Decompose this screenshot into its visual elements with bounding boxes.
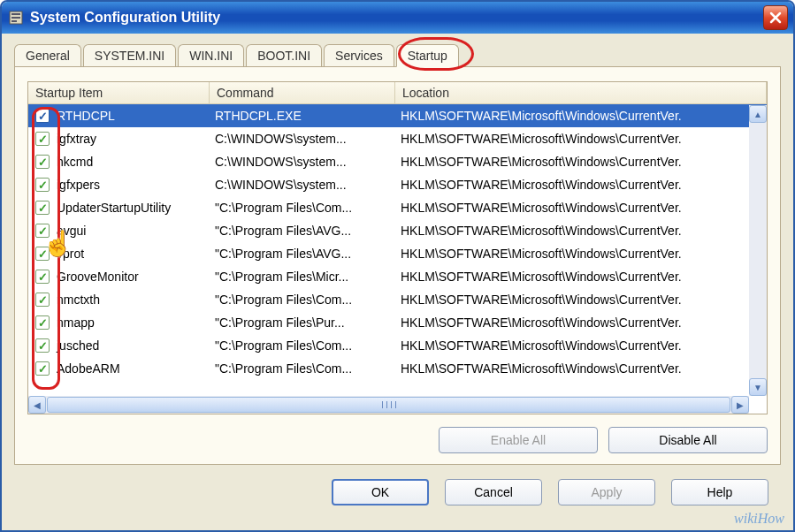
apply-button: Apply	[558, 479, 655, 505]
checkmark-icon: ✓	[38, 156, 48, 168]
scroll-up-button[interactable]: ▲	[749, 105, 767, 123]
startup-listview: Startup Item Command Location ✓RTHDCPLRT…	[27, 81, 768, 414]
startup-checkbox[interactable]: ✓	[35, 247, 50, 261]
startup-checkbox[interactable]: ✓	[35, 178, 50, 192]
startup-location: HKLM\SOFTWARE\Microsoft\Windows\CurrentV…	[395, 314, 767, 331]
titlebar: System Configuration Utility	[2, 2, 793, 34]
help-button[interactable]: Help	[671, 479, 768, 505]
column-headers: Startup Item Command Location	[28, 82, 767, 104]
checkmark-icon: ✓	[38, 340, 48, 352]
checkmark-icon: ✓	[38, 133, 48, 145]
startup-checkbox[interactable]: ✓	[35, 201, 50, 215]
startup-location: HKLM\SOFTWARE\Microsoft\Windows\CurrentV…	[395, 222, 767, 239]
table-row[interactable]: ✓jusched"C:\Program Files\Com...HKLM\SOF…	[28, 334, 767, 357]
startup-checkbox[interactable]: ✓	[35, 109, 50, 123]
ok-button[interactable]: OK	[332, 479, 429, 505]
app-icon	[7, 9, 25, 27]
startup-location: HKLM\SOFTWARE\Microsoft\Windows\CurrentV…	[395, 360, 767, 377]
hscroll-thumb[interactable]	[47, 397, 730, 413]
checkmark-icon: ✓	[38, 271, 48, 283]
table-row[interactable]: ✓igfxpersC:\WINDOWS\system...HKLM\SOFTWA…	[28, 173, 767, 196]
startup-location: HKLM\SOFTWARE\Microsoft\Windows\CurrentV…	[395, 199, 767, 217]
startup-item-name: igfxpers	[57, 178, 100, 192]
enable-all-button: Enable All	[439, 427, 598, 453]
svg-rect-1	[11, 13, 20, 15]
startup-checkbox[interactable]: ✓	[35, 132, 50, 146]
startup-command: "C:\Program Files\AVG...	[210, 245, 395, 262]
column-header-command[interactable]: Command	[210, 82, 395, 103]
scroll-left-button[interactable]: ◀	[28, 396, 46, 414]
tab-services[interactable]: Services	[324, 44, 394, 66]
startup-item-name: UpdaterStartupUtility	[57, 201, 171, 215]
startup-item-name: nmapp	[57, 315, 95, 330]
startup-location: HKLM\SOFTWARE\Microsoft\Windows\CurrentV…	[395, 176, 767, 194]
window-title: System Configuration Utility	[30, 10, 763, 26]
scroll-right-button[interactable]: ▶	[731, 396, 749, 414]
checkmark-icon: ✓	[38, 317, 48, 329]
startup-location: HKLM\SOFTWARE\Microsoft\Windows\CurrentV…	[395, 107, 767, 125]
table-row[interactable]: ✓RTHDCPLRTHDCPL.EXEHKLM\SOFTWARE\Microso…	[28, 104, 767, 127]
startup-command: "C:\Program Files\Com...	[210, 337, 395, 354]
disable-all-button[interactable]: Disable All	[608, 427, 768, 453]
column-header-location[interactable]: Location	[395, 82, 767, 103]
startup-location: HKLM\SOFTWARE\Microsoft\Windows\CurrentV…	[395, 268, 767, 285]
tab-strip: General SYSTEM.INI WIN.INI BOOT.INI Serv…	[14, 44, 781, 66]
svg-rect-3	[11, 20, 17, 22]
startup-location: HKLM\SOFTWARE\Microsoft\Windows\CurrentV…	[395, 291, 767, 308]
scroll-down-button[interactable]: ▼	[749, 378, 767, 396]
startup-command: "C:\Program Files\AVG...	[210, 222, 395, 239]
table-row[interactable]: ✓nmapp"C:\Program Files\Pur...HKLM\SOFTW…	[28, 311, 767, 334]
scroll-track[interactable]	[749, 123, 767, 378]
table-row[interactable]: ✓nmctxth"C:\Program Files\Com...HKLM\SOF…	[28, 288, 767, 311]
table-row[interactable]: ✓vprot"C:\Program Files\AVG...HKLM\SOFTW…	[28, 242, 767, 265]
startup-command: C:\WINDOWS\system...	[210, 153, 395, 171]
startup-checkbox[interactable]: ✓	[35, 224, 50, 238]
startup-command: "C:\Program Files\Com...	[210, 199, 395, 217]
horizontal-scrollbar[interactable]: ◀ ▶	[28, 396, 749, 414]
startup-checkbox[interactable]: ✓	[35, 293, 50, 307]
tab-system-ini[interactable]: SYSTEM.INI	[83, 44, 176, 66]
startup-checkbox[interactable]: ✓	[35, 361, 50, 376]
startup-item-name: jusched	[57, 338, 99, 353]
startup-location: HKLM\SOFTWARE\Microsoft\Windows\CurrentV…	[395, 130, 767, 148]
startup-item-name: hkcmd	[57, 155, 93, 169]
tab-boot-ini[interactable]: BOOT.INI	[246, 44, 322, 66]
table-row[interactable]: ✓AdobeARM"C:\Program Files\Com...HKLM\SO…	[28, 357, 767, 380]
startup-command: C:\WINDOWS\system...	[210, 176, 395, 194]
startup-item-name: nmctxth	[57, 293, 100, 307]
tab-panel: Startup Item Command Location ✓RTHDCPLRT…	[14, 66, 781, 465]
startup-checkbox[interactable]: ✓	[35, 155, 50, 169]
vertical-scrollbar[interactable]: ▲ ▼	[749, 105, 767, 396]
checkmark-icon: ✓	[38, 248, 48, 260]
close-button[interactable]	[763, 5, 788, 30]
startup-command: "C:\Program Files\Micr...	[210, 268, 395, 285]
startup-checkbox[interactable]: ✓	[35, 270, 50, 284]
table-row[interactable]: ✓igfxtrayC:\WINDOWS\system...HKLM\SOFTWA…	[28, 127, 767, 150]
table-row[interactable]: ✓avgui"C:\Program Files\AVG...HKLM\SOFTW…	[28, 219, 767, 242]
checkmark-icon: ✓	[38, 225, 48, 237]
startup-item-name: GrooveMonitor	[57, 270, 139, 284]
column-header-item[interactable]: Startup Item	[28, 82, 210, 103]
cancel-button[interactable]: Cancel	[445, 479, 542, 505]
startup-checkbox[interactable]: ✓	[35, 338, 50, 353]
startup-command: "C:\Program Files\Com...	[210, 360, 395, 377]
startup-item-name: vprot	[57, 247, 84, 261]
table-row[interactable]: ✓hkcmdC:\WINDOWS\system...HKLM\SOFTWARE\…	[28, 150, 767, 173]
startup-location: HKLM\SOFTWARE\Microsoft\Windows\CurrentV…	[395, 153, 767, 171]
startup-item-name: avgui	[57, 224, 86, 238]
startup-command: RTHDCPL.EXE	[210, 107, 395, 125]
startup-location: HKLM\SOFTWARE\Microsoft\Windows\CurrentV…	[395, 337, 767, 354]
tab-general[interactable]: General	[14, 44, 81, 66]
startup-command: C:\WINDOWS\system...	[210, 130, 395, 148]
tab-win-ini[interactable]: WIN.INI	[178, 44, 244, 66]
checkmark-icon: ✓	[38, 363, 48, 375]
table-row[interactable]: ✓GrooveMonitor"C:\Program Files\Micr...H…	[28, 265, 767, 288]
checkmark-icon: ✓	[38, 179, 48, 191]
startup-item-name: RTHDCPL	[57, 109, 115, 123]
svg-rect-2	[11, 17, 20, 19]
startup-command: "C:\Program Files\Com...	[210, 291, 395, 308]
table-row[interactable]: ✓UpdaterStartupUtility"C:\Program Files\…	[28, 196, 767, 219]
startup-checkbox[interactable]: ✓	[35, 315, 50, 330]
tab-startup[interactable]: Startup	[396, 44, 459, 67]
checkmark-icon: ✓	[38, 294, 48, 306]
